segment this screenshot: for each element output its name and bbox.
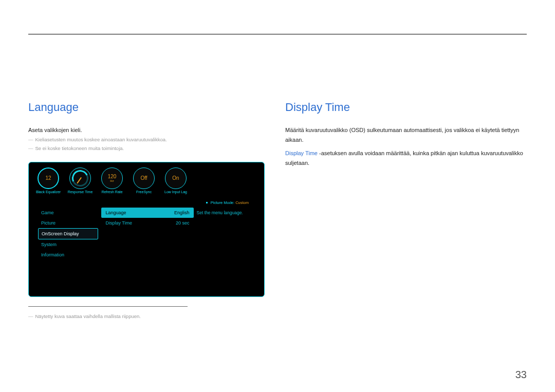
setting-key: Display Time [105,220,132,226]
setting-value: English [174,210,190,215]
badge-low-input-lag: On Low Input Lag [162,167,189,194]
setting-key: Language [105,210,126,215]
section-heading-language: Language [28,101,270,114]
note-dash-icon: ― [28,137,33,142]
nav-item-onscreen-display[interactable]: OnScreen Display [38,228,98,239]
left-column: Language Aseta valikkojen kieli. ―Kielia… [28,101,270,321]
badge-label: Black Equalizer [35,190,62,194]
badge-refresh-rate: 120 Hz Refresh Rate [99,167,125,194]
badge-unit: Hz [110,179,114,182]
picture-mode-label: Picture Mode: [211,200,234,205]
osd-top-badges: 12 Black Equalizer Response Time 120 Hz … [35,167,258,194]
badge-freesync: Off FreeSync [131,167,157,194]
picture-mode-value: Custom [235,200,249,205]
badge-circle: On [165,167,187,189]
badge-value: On [172,175,179,181]
badge-response-time: Response Time [67,167,94,194]
osd-body: Game Picture OnScreen Display System Inf… [38,208,255,260]
top-horizontal-rule [28,34,527,34]
badge-value: 120 [108,174,117,179]
badge-value: Off [140,175,147,181]
page-number: 33 [515,369,527,381]
language-note-2: ―Se ei koske tietokoneen muita toimintoj… [28,144,270,153]
language-note-1: ―Kieliasetusten muutos koskee ainoastaan… [28,135,270,144]
osd-help-text: Set the menu language. [194,208,255,260]
osd-nav: Game Picture OnScreen Display System Inf… [38,208,98,260]
note-dash-icon: ― [28,313,33,319]
nav-item-picture[interactable]: Picture [38,218,98,228]
setting-row-language[interactable]: Language English [101,208,193,218]
nav-item-system[interactable]: System [38,239,98,250]
note-text: Kieliasetusten muutos koskee ainoastaan … [35,137,167,142]
display-time-rest: -asetuksen avulla voidaan määrittää, kui… [285,150,523,166]
section-heading-display-time: Display Time [285,101,527,114]
right-column: Display Time Määritä kuvaruutuvalikko (O… [285,101,527,321]
badge-label: Low Input Lag [162,190,189,194]
badge-label: Refresh Rate [99,190,125,194]
badge-circle: Off [133,167,155,189]
setting-row-display-time[interactable]: Display Time 20 sec [101,218,193,228]
osd-screenshot: 12 Black Equalizer Response Time 120 Hz … [28,162,265,297]
badge-label: FreeSync [131,190,157,194]
note-dash-icon: ― [28,145,33,151]
footnote-rule [28,306,188,307]
two-column-layout: Language Aseta valikkojen kieli. ―Kielia… [28,101,527,321]
nav-item-game[interactable]: Game [38,208,98,218]
badge-label: Response Time [67,190,94,194]
note-text: Näytetty kuva saattaa vaihdella mallista… [35,313,141,319]
gauge-icon [69,167,91,189]
display-time-para-2: Display Time -asetuksen avulla voidaan m… [285,148,527,167]
badge-circle: 12 [38,167,59,189]
osd-settings-list: Language English Display Time 20 sec [101,208,193,260]
nav-item-information[interactable]: Information [38,250,98,260]
bullet-icon [206,202,208,203]
badge-circle: 120 Hz [101,167,123,189]
note-text: Se ei koske tietokoneen muita toimintoja… [35,145,124,151]
display-time-em: Display Time [285,150,318,156]
image-varies-footnote: ―Näytetty kuva saattaa vaihdella mallist… [28,312,270,321]
language-intro-text: Aseta valikkojen kieli. [28,125,270,135]
picture-mode-indicator: Picture Mode: Custom [206,200,249,205]
display-time-para-1: Määritä kuvaruutuvalikko (OSD) sulkeutum… [285,125,527,144]
badge-black-equalizer: 12 Black Equalizer [35,167,62,194]
setting-value: 20 sec [176,220,190,226]
badge-value: 12 [45,175,51,181]
